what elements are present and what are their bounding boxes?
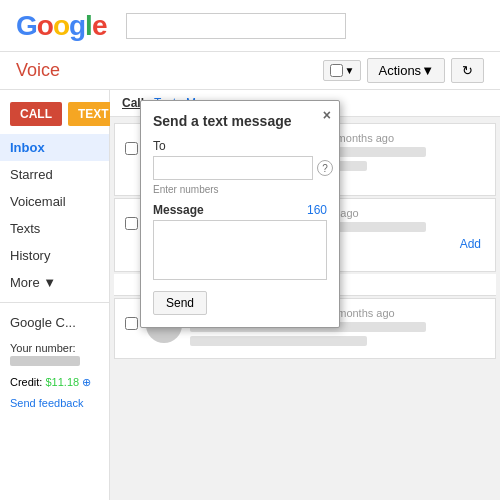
search-input[interactable] <box>126 13 346 39</box>
main-layout: CALL TEXT Inbox Starred Voicemail Texts … <box>0 90 500 500</box>
popup-overlay: Send a text message × To ? Enter numbers… <box>110 90 500 500</box>
sidebar-item-voicemail[interactable]: Voicemail <box>0 188 109 215</box>
content-area: Call Text More ▼ - mobile ✉ 6/14/13 9:13… <box>110 90 500 500</box>
refresh-button[interactable]: ↻ <box>451 58 484 83</box>
call-text-buttons: CALL TEXT <box>0 94 109 134</box>
sidebar-item-texts[interactable]: Texts <box>0 215 109 242</box>
help-icon[interactable]: ? <box>317 160 333 176</box>
credit-amount: $11.18 <box>45 376 79 388</box>
to-input-row: ? <box>153 156 327 180</box>
voice-label: Voice <box>16 60 60 81</box>
send-feedback-link[interactable]: Send feedback <box>0 393 109 413</box>
sidebar-item-inbox[interactable]: Inbox <box>0 134 109 161</box>
send-button[interactable]: Send <box>153 291 207 315</box>
header: Google <box>0 0 500 52</box>
char-count: 160 <box>307 203 327 217</box>
popup-title: Send a text message <box>153 113 327 129</box>
actions-button[interactable]: Actions ▼ <box>367 58 445 83</box>
sidebar-item-more[interactable]: More ▼ <box>0 269 109 296</box>
header-search <box>126 13 484 39</box>
to-label: To <box>153 139 327 153</box>
credit-line: Credit: $11.18 ⊕ <box>0 372 109 393</box>
send-text-popup: Send a text message × To ? Enter numbers… <box>140 100 340 328</box>
select-checkbox-button[interactable]: ▼ <box>323 60 362 81</box>
sidebar-item-starred[interactable]: Starred <box>0 161 109 188</box>
sidebar: CALL TEXT Inbox Starred Voicemail Texts … <box>0 90 110 500</box>
sidebar-item-google-calls[interactable]: Google C... <box>0 309 109 336</box>
phone-number-blur <box>10 356 80 366</box>
call-button[interactable]: CALL <box>10 102 62 126</box>
your-number-section: Your number: <box>0 336 109 372</box>
select-all-checkbox[interactable] <box>330 64 343 77</box>
sidebar-item-history[interactable]: History <box>0 242 109 269</box>
google-logo: Google <box>16 10 106 42</box>
enter-numbers-hint: Enter numbers <box>153 184 327 195</box>
message-label-row: Message 160 <box>153 203 327 217</box>
credit-add-button[interactable]: ⊕ <box>82 376 91 388</box>
message-label: Message <box>153 203 204 217</box>
nav-divider <box>0 302 109 303</box>
message-textarea[interactable] <box>153 220 327 280</box>
to-input[interactable] <box>153 156 313 180</box>
close-icon[interactable]: × <box>323 107 331 123</box>
sub-header: Voice ▼ Actions ▼ ↻ <box>0 52 500 90</box>
checkbox-dropdown-arrow: ▼ <box>345 65 355 76</box>
toolbar-right: ▼ Actions ▼ ↻ <box>323 58 484 83</box>
